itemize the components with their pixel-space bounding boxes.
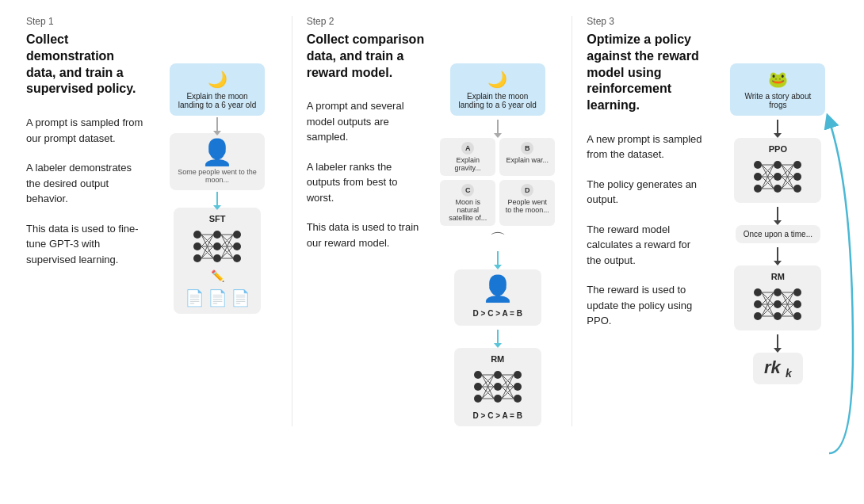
step1-neural-net xyxy=(189,227,245,266)
step1-docs-row: 📄 📄 📄 xyxy=(185,288,250,307)
step1-labeler-box: 👤 Some people went to the moon... xyxy=(170,133,265,190)
step1-doc3: 📄 xyxy=(231,288,250,307)
step2-prompt-icon: 🌙 xyxy=(487,70,507,89)
step3-desc-4: The reward is used to update the policy … xyxy=(587,282,706,329)
step1-arrow2 xyxy=(216,192,218,206)
svg-point-61 xyxy=(793,173,801,181)
step3-prompt-box: 🐸 Write a story about frogs xyxy=(730,63,825,116)
step3-output-box: Once upon a time... xyxy=(736,225,820,243)
step2-rm-ranking: D > C > A = B xyxy=(473,411,522,420)
svg-point-4 xyxy=(213,242,221,250)
step1-desc-1: A prompt is sampled from our prompt data… xyxy=(26,115,146,146)
step2-arrow1 xyxy=(497,120,499,134)
step1-pen-icon: ✏️ xyxy=(211,269,224,282)
main-container: Step 1 Collect demonstration data, and t… xyxy=(12,16,852,426)
svg-point-56 xyxy=(754,185,762,193)
svg-point-27 xyxy=(474,371,482,379)
step2-ranking: D > C > A = B xyxy=(473,307,522,319)
step2-prompt-text: Explain the moon landing to a 6 year old xyxy=(458,92,537,109)
step1-prompt-icon: 🌙 xyxy=(208,70,227,89)
svg-point-87 xyxy=(793,288,801,296)
step1-label: Step 1 xyxy=(26,16,146,27)
step1-diagram: 🌙 Explain the moon landing to a 6 year o… xyxy=(157,16,277,426)
step3-diagram: 🐸 Write a story about frogs PPO xyxy=(718,16,838,426)
svg-point-30 xyxy=(494,371,502,379)
step1-sft-label: SFT xyxy=(209,214,226,223)
step2-option-c: C Moon is natural satellite of... xyxy=(440,180,495,226)
svg-point-86 xyxy=(774,312,782,320)
step2-arrow2 xyxy=(497,251,499,265)
svg-point-58 xyxy=(774,173,782,181)
step3-ppo-neural-net xyxy=(750,157,805,197)
step3-reward-label: rk k xyxy=(753,353,803,384)
step2-diagram: 🌙 Explain the moon landing to a 6 year o… xyxy=(438,16,557,426)
step1-prompt-text: Explain the moon landing to a 6 year old xyxy=(178,92,257,109)
step3-desc-2: The policy generates an output. xyxy=(587,177,706,208)
svg-point-84 xyxy=(774,288,782,296)
step3-arrow3 xyxy=(777,247,778,262)
step3-ppo-box: PPO xyxy=(734,138,821,203)
step2-option-b: B Explain war... xyxy=(499,138,555,176)
step3-rm-label: RM xyxy=(771,272,785,281)
step2-title: Collect comparison data, and train a rew… xyxy=(307,32,426,81)
step1-desc-3: This data is used to fine-tune GPT-3 wit… xyxy=(26,221,146,268)
svg-point-32 xyxy=(494,395,502,403)
step2-comparison-grid: A Explain gravity... B Explain war... C … xyxy=(440,138,555,226)
step2-brace: ⌒ xyxy=(490,231,506,247)
svg-point-5 xyxy=(213,254,221,262)
svg-point-33 xyxy=(514,371,522,379)
step1-person-icon: 👤 xyxy=(201,139,233,165)
svg-point-55 xyxy=(754,173,762,181)
step2-neural-net xyxy=(470,367,526,407)
step1-text: Step 1 Collect demonstration data, and t… xyxy=(26,16,146,426)
step3-arrow4 xyxy=(777,334,778,349)
step2-text: Step 2 Collect comparison data, and trai… xyxy=(307,16,426,426)
svg-point-60 xyxy=(793,161,801,169)
svg-point-59 xyxy=(774,185,782,193)
svg-point-83 xyxy=(754,312,762,320)
step1-title: Collect demonstration data, and train a … xyxy=(26,32,146,97)
svg-point-0 xyxy=(193,231,201,239)
step2-rm-label: RM xyxy=(491,354,504,364)
step2-desc-1: A prompt and several model outputs are s… xyxy=(307,98,426,145)
svg-point-81 xyxy=(754,288,762,296)
svg-point-54 xyxy=(754,161,762,169)
step1-doc2: 📄 xyxy=(208,288,227,307)
step2-person-icon: 👤 xyxy=(482,276,514,301)
step3-title: Optimize a policy against the reward mod… xyxy=(587,32,706,114)
step3-arrow1 xyxy=(777,120,778,134)
svg-point-7 xyxy=(233,242,241,250)
svg-point-6 xyxy=(233,231,241,239)
step3-ppo-label: PPO xyxy=(769,144,787,154)
step3-update-arrow xyxy=(825,113,855,461)
svg-point-35 xyxy=(514,395,522,403)
step3-text: Step 3 Optimize a policy against the rew… xyxy=(587,16,706,426)
svg-point-88 xyxy=(793,300,801,308)
step1-output-text: Some people went to the moon... xyxy=(178,168,257,184)
step3-rm-box: RM xyxy=(734,265,821,330)
step2-option-d: D People went to the moon... xyxy=(499,180,555,226)
step2-desc-2: A labeler ranks the outputs from best to… xyxy=(307,159,426,206)
step2-prompt-box: 🌙 Explain the moon landing to a 6 year o… xyxy=(450,63,545,116)
step3-desc-3: The reward model calculates a reward for… xyxy=(587,222,706,269)
step3-rk-sub: k xyxy=(786,367,792,380)
svg-point-2 xyxy=(193,254,201,262)
step1-doc1: 📄 xyxy=(185,288,205,307)
step1-sft-box: SFT xyxy=(174,208,261,314)
step1-column: Step 1 Collect demonstration data, and t… xyxy=(12,16,292,426)
svg-point-85 xyxy=(774,300,782,308)
svg-point-57 xyxy=(774,161,782,169)
step3-arrow2 xyxy=(777,207,778,221)
step3-rm-neural-net xyxy=(750,284,805,324)
svg-point-31 xyxy=(494,383,502,391)
step2-label: Step 2 xyxy=(307,16,426,27)
step3-rk-text: rk xyxy=(764,357,781,377)
step1-prompt-box: 🌙 Explain the moon landing to a 6 year o… xyxy=(170,63,265,116)
step2-column: Step 2 Collect comparison data, and trai… xyxy=(292,16,573,426)
step1-arrow1 xyxy=(216,117,218,132)
svg-point-89 xyxy=(793,312,801,320)
step2-labeler-box: 👤 D > C > A = B xyxy=(454,269,541,326)
svg-point-82 xyxy=(754,300,762,308)
step3-prompt-text: Write a story about frogs xyxy=(738,92,817,109)
svg-point-34 xyxy=(514,383,522,391)
